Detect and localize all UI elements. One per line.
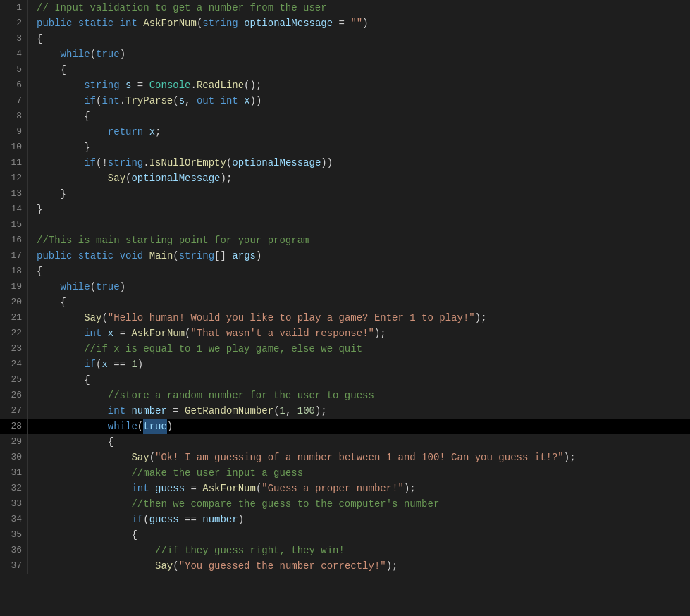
token-plain [120, 78, 125, 93]
token-kw: static [78, 249, 113, 264]
code-line: 31 //make the user input a guess [0, 465, 690, 481]
line-number: 14 [0, 202, 28, 217]
token-plain: , [285, 404, 297, 419]
token-string-val: "Ok! I am guessing of a number between 1… [155, 450, 564, 465]
line-content: if(int.TryParse(s, out int x)) [28, 93, 690, 109]
token-kw: return [108, 125, 143, 140]
token-kw: public [37, 249, 72, 264]
line-content: if(x == 1) [28, 357, 690, 372]
line-number: 23 [0, 341, 28, 357]
code-line: 34 if(guess == number) [0, 512, 690, 527]
token-kw-type: int [120, 16, 137, 31]
line-content [28, 217, 690, 233]
token-comment: //This is main starting point for your p… [37, 233, 309, 248]
token-plain: ( [90, 280, 96, 295]
token-plain: (! [96, 156, 108, 171]
line-number: 31 [0, 465, 28, 481]
code-line: 36 //if they guess right, they win! [0, 543, 690, 558]
code-line: 23 //if x is equal to 1 we play game, el… [0, 341, 690, 357]
line-number: 37 [0, 558, 28, 574]
line-number: 7 [0, 93, 28, 109]
token-param: optionalMessage [131, 171, 220, 186]
token-param: x [108, 326, 113, 341]
token-plain [137, 16, 143, 31]
code-line: 24 if(x == 1) [0, 357, 690, 372]
token-method: Say [131, 450, 149, 465]
token-plain [149, 481, 155, 496]
token-kw-type: string [202, 16, 238, 31]
token-plain [143, 125, 149, 140]
line-content: { [28, 434, 690, 450]
code-line: 18{ [0, 264, 690, 279]
token-out-kw: out [197, 94, 214, 109]
line-number: 32 [0, 481, 28, 496]
code-line: 20 { [0, 295, 690, 310]
token-string-val: "Guess a proper number!" [261, 481, 404, 496]
line-number: 33 [0, 496, 28, 512]
token-kw-type: int [84, 326, 101, 341]
line-content: while(true) [28, 419, 690, 434]
token-plain: == [179, 512, 203, 527]
token-plain: (); [244, 78, 261, 93]
token-bool: true [96, 280, 120, 295]
line-content: return x; [28, 124, 690, 140]
token-plain: ); [404, 481, 416, 496]
line-number: 6 [0, 78, 28, 93]
line-content: Say("Hello human! Would you like to play… [28, 310, 690, 326]
token-plain [37, 125, 108, 140]
token-plain [113, 16, 119, 31]
token-method: AskForNum [131, 326, 185, 341]
token-plain: ) [167, 419, 173, 434]
line-number: 18 [0, 264, 28, 279]
token-comment: //store a random number for the user to … [37, 388, 374, 403]
line-content: Say("You guessed the number correctly!")… [28, 558, 690, 574]
line-content: // Input validation to get a number from… [28, 0, 690, 16]
token-param: x [244, 94, 249, 109]
code-line: 15 [0, 217, 690, 233]
token-param: s [179, 94, 185, 109]
code-line: 25 { [0, 372, 690, 388]
line-number: 27 [0, 403, 28, 419]
token-num: 1 [280, 404, 285, 419]
code-line: 35 { [0, 527, 690, 543]
code-line: 30 Say("Ok! I am guessing of a number be… [0, 450, 690, 465]
token-plain [37, 280, 61, 295]
token-plain [72, 249, 78, 264]
line-number: 34 [0, 512, 28, 527]
line-content: { [28, 372, 690, 388]
token-method: TryParse [125, 94, 173, 109]
line-number: 21 [0, 310, 28, 326]
token-plain: )) [250, 94, 262, 109]
token-kw: while [61, 47, 90, 62]
token-plain: ) [137, 357, 143, 372]
token-highlight: true [143, 419, 167, 434]
token-kw: while [108, 419, 137, 434]
token-plain: ( [173, 249, 178, 264]
token-kw-type: int [131, 481, 149, 496]
line-number: 35 [0, 527, 28, 543]
code-line: 2public static int AskForNum(string opti… [0, 16, 690, 31]
token-param: number [131, 404, 166, 419]
token-plain: ( [149, 450, 155, 465]
line-number: 25 [0, 372, 28, 388]
token-plain [101, 326, 107, 341]
token-plain [143, 249, 149, 264]
token-plain: ( [96, 94, 101, 109]
code-line: 26 //store a random number for the user … [0, 388, 690, 403]
token-plain [37, 94, 84, 109]
token-plain: } [37, 187, 66, 202]
token-plain: ); [386, 559, 398, 574]
token-string-val: "You guessed the number correctly!" [179, 559, 386, 574]
line-content: //if x is equal to 1 we play game, else … [28, 341, 690, 357]
token-plain [37, 156, 84, 171]
token-kw-type: string [108, 156, 143, 171]
token-kw: while [61, 280, 90, 295]
line-content: string s = Console.ReadLine(); [28, 78, 690, 93]
token-plain: { [37, 109, 90, 124]
token-plain [37, 78, 84, 93]
code-line: 8 { [0, 109, 690, 124]
token-method: Say [155, 559, 173, 574]
token-kw: if [84, 94, 96, 109]
token-plain [238, 16, 244, 31]
code-line: 1// Input validation to get a number fro… [0, 0, 690, 16]
